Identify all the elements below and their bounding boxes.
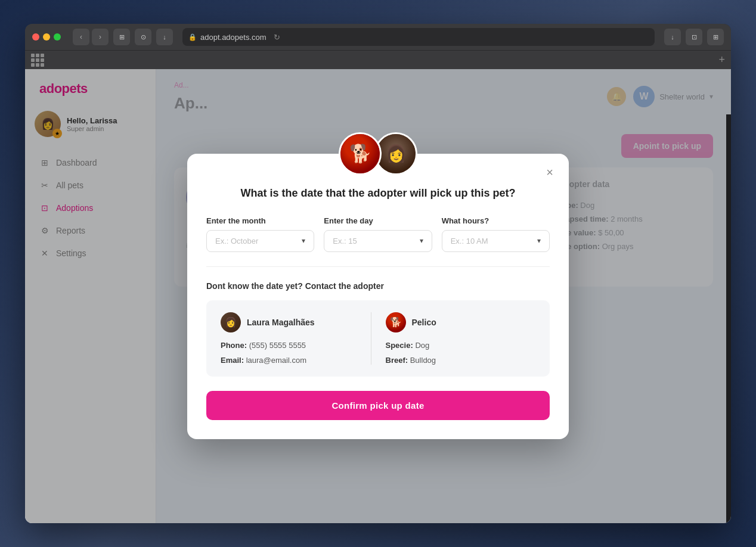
modal-avatars: 🐕 👩	[187, 132, 569, 175]
download-button[interactable]: ↓	[156, 29, 173, 45]
email-label: Email:	[221, 356, 244, 365]
apps-icon[interactable]	[31, 54, 44, 67]
hours-chevron-icon: ▾	[537, 237, 541, 245]
hours-label: What hours?	[442, 216, 550, 225]
app-content: adopets 👩 ★ Hello, Larissa Super admin ⊞…	[25, 69, 731, 523]
adopter-phone: Phone: (555) 5555 5555	[221, 341, 371, 350]
adopter-name: Laura Magalhães	[247, 318, 315, 327]
month-select[interactable]: Ex.: October ▾	[206, 230, 314, 252]
day-chevron-icon: ▾	[420, 237, 423, 245]
pet-avatar: 🐕	[339, 132, 382, 175]
browser-action-1[interactable]: ↓	[664, 29, 681, 45]
browser-titlebar: ‹ › ⊞ ⊙ ↓ 🔒 adopt.adopets.com ↻ ↓ ⊡ ⊞	[25, 24, 731, 50]
back-button[interactable]: ‹	[73, 29, 89, 45]
pet-specie-value: Dog	[415, 341, 429, 350]
adopter-email-address: laura@email.com	[246, 356, 306, 365]
pet-column: 🐕 Pelico Specie: Dog Breef: Bulldog	[371, 312, 536, 365]
refresh-button[interactable]: ↻	[270, 30, 284, 44]
modal-footer: Confirm pick up date	[187, 391, 569, 420]
day-label: Enter the day	[324, 216, 432, 225]
hours-select[interactable]: Ex.: 10 AM ▾	[442, 230, 550, 252]
address-bar[interactable]: 🔒 adopt.adopets.com ↻	[182, 28, 655, 46]
minimize-window-button[interactable]	[43, 33, 50, 41]
person-avatar-inner: 👩	[376, 133, 416, 174]
adopter-name-row: 👩 Laura Magalhães	[221, 312, 371, 332]
browser-action-3[interactable]: ⊞	[707, 29, 724, 45]
day-select[interactable]: Ex.: 15 ▾	[324, 230, 432, 252]
adopter-mini-avatar: 👩	[221, 312, 241, 332]
browser-nav: ‹ ›	[73, 29, 109, 45]
lock-icon: 🔒	[188, 33, 197, 41]
pet-breed: Breef: Bulldog	[386, 356, 536, 365]
adopter-column: 👩 Laura Magalhães Phone: (555) 5555 5555…	[221, 312, 371, 365]
dog-avatar-inner: 🐕	[340, 133, 380, 174]
adopter-email: Email: laura@email.com	[221, 356, 371, 365]
pet-name: Pelico	[412, 318, 436, 327]
contact-card: 👩 Laura Magalhães Phone: (555) 5555 5555…	[206, 300, 550, 377]
new-tab-button[interactable]: +	[718, 54, 725, 66]
hours-placeholder: Ex.: 10 AM	[451, 237, 488, 245]
pet-name-row: 🐕 Pelico	[386, 312, 536, 332]
close-window-button[interactable]	[32, 33, 39, 41]
contact-section-label: Dont know the date yet? Contact the adop…	[206, 281, 550, 291]
pickup-date-modal: 🐕 👩 × What is the date that the adopter …	[187, 154, 569, 439]
fields-row: Enter the month Ex.: October ▾ Enter the…	[206, 216, 550, 252]
month-chevron-icon: ▾	[302, 237, 305, 245]
month-placeholder: Ex.: October	[215, 237, 258, 245]
adopter-phone-number: (555) 5555 5555	[249, 341, 306, 350]
forward-button[interactable]: ›	[92, 29, 109, 45]
phone-label: Phone:	[221, 341, 247, 350]
pet-breed-value: Bulldog	[410, 356, 436, 365]
extensions-button[interactable]: ⊙	[135, 29, 151, 45]
hours-field-group: What hours? Ex.: 10 AM ▾	[442, 216, 550, 252]
day-placeholder: Ex.: 15	[333, 237, 357, 245]
month-label: Enter the month	[206, 216, 314, 225]
day-field-group: Enter the day Ex.: 15 ▾	[324, 216, 432, 252]
modal-title: What is the date that the adopter will p…	[187, 187, 569, 200]
modal-overlay: 🐕 👩 × What is the date that the adopter …	[25, 69, 731, 523]
maximize-window-button[interactable]	[54, 33, 61, 41]
traffic-lights	[32, 33, 61, 41]
divider	[206, 266, 550, 267]
browser-toolbar: +	[25, 50, 731, 69]
specie-label: Specie:	[386, 341, 413, 350]
sidebar-toggle-button[interactable]: ⊞	[113, 29, 130, 45]
modal-body: Enter the month Ex.: October ▾ Enter the…	[187, 216, 569, 377]
browser-window: ‹ › ⊞ ⊙ ↓ 🔒 adopt.adopets.com ↻ ↓ ⊡ ⊞ + …	[25, 24, 731, 523]
breed-label: Breef:	[386, 356, 408, 365]
url-text: adopt.adopets.com	[200, 33, 267, 42]
month-field-group: Enter the month Ex.: October ▾	[206, 216, 314, 252]
confirm-pickup-date-button[interactable]: Confirm pick up date	[206, 391, 550, 420]
modal-close-button[interactable]: ×	[540, 163, 559, 182]
browser-action-2[interactable]: ⊡	[686, 29, 702, 45]
pet-specie: Specie: Dog	[386, 341, 536, 350]
pet-mini-avatar: 🐕	[386, 312, 406, 332]
